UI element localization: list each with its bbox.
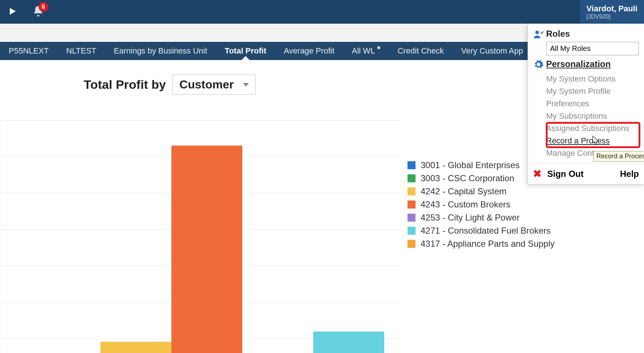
legend-swatch	[408, 214, 416, 222]
svg-point-0	[535, 31, 539, 34]
top-bar: 6 Viardot, Pauli [JDV920]	[0, 0, 644, 24]
legend-item[interactable]: 4253 - City Light & Power	[408, 213, 554, 223]
personalization-header[interactable]: Personalization	[546, 59, 639, 69]
legend-label: 4317 - Appliance Parts and Supply	[421, 239, 554, 249]
legend-label: 3003 - CSC Corporation	[421, 173, 514, 183]
user-menu-button[interactable]: Viardot, Pauli [JDV920]	[580, 0, 644, 24]
gear-icon	[533, 59, 546, 71]
tab-label: Average Profit	[284, 46, 334, 56]
tab-label: NLTEST	[66, 46, 96, 56]
legend-swatch	[408, 187, 416, 195]
tab-total-profit[interactable]: Total Profit	[216, 42, 275, 60]
legend-swatch	[408, 240, 416, 248]
tab-nltest[interactable]: NLTEST	[57, 42, 105, 60]
tab-very-custom-app[interactable]: Very Custom App	[453, 42, 532, 60]
user-id: [JDV920]	[587, 13, 637, 20]
panel-item-assigned-subscriptions[interactable]: Assigned Subscriptions	[546, 122, 639, 135]
legend-swatch	[408, 161, 416, 169]
legend-swatch	[408, 227, 416, 235]
panel-item-my-system-options[interactable]: My System Options	[546, 73, 639, 85]
tab-label: Total Profit	[225, 46, 266, 56]
help-link[interactable]: Help	[620, 169, 639, 179]
close-icon: ✖	[533, 168, 541, 180]
panel-footer: ✖ Sign Out Help	[528, 163, 644, 184]
notification-badge: 6	[39, 2, 48, 12]
roles-select[interactable]: All My Roles	[546, 42, 639, 55]
chart-plot	[0, 120, 400, 353]
tab-label: P55NLEXT	[9, 46, 49, 56]
tab-all-wl[interactable]: All WL	[343, 42, 389, 60]
panel-item-my-subscriptions[interactable]: My Subscriptions	[546, 110, 639, 122]
legend-swatch	[408, 174, 416, 182]
bar-4242-capital-system[interactable]	[100, 342, 171, 353]
bell-icon	[32, 12, 44, 19]
legend-label: 4242 - Capital System	[421, 186, 506, 197]
tab-label: Earnings by Business Unit	[114, 46, 207, 56]
tab-earnings-by-business-unit[interactable]: Earnings by Business Unit	[105, 42, 216, 60]
roles-header: Roles	[546, 29, 639, 39]
panel-item-my-system-profile[interactable]: My System Profile	[546, 85, 639, 98]
user-name: Viardot, Pauli	[587, 4, 637, 13]
tab-credit-check[interactable]: Credit Check	[389, 42, 453, 60]
tooltip: Record a Process	[593, 151, 644, 162]
legend-item[interactable]: 4243 - Custom Brokers	[408, 199, 554, 210]
bar-4271-consolidated-fuel-brokers[interactable]	[313, 332, 384, 353]
roles-icon	[533, 29, 546, 41]
legend-item[interactable]: 4271 - Consolidated Fuel Brokers	[408, 226, 554, 236]
gridline	[0, 120, 400, 120]
bar-4243-custom-brokers[interactable]	[171, 146, 242, 353]
panel-item-record-a-process[interactable]: Record a Process	[546, 135, 639, 147]
tab-label: Credit Check	[398, 46, 444, 56]
sign-out-label: Sign Out	[547, 169, 584, 179]
notifications-button[interactable]: 6	[32, 5, 44, 19]
tab-average-profit[interactable]: Average Profit	[275, 42, 343, 60]
indicator-dot	[377, 46, 380, 49]
dimension-select-value: Customer	[179, 78, 234, 91]
legend-label: 3001 - Global Enterprises	[421, 160, 520, 170]
legend-label: 4253 - City Light & Power	[421, 213, 520, 223]
chart-title-prefix: Total Profit by	[84, 78, 166, 92]
panel-item-preferences[interactable]: Preferences	[546, 98, 639, 110]
legend-label: 4243 - Custom Brokers	[421, 199, 510, 210]
run-icon[interactable]	[7, 5, 17, 19]
legend-swatch	[408, 201, 416, 209]
chart-legend: 3001 - Global Enterprises3003 - CSC Corp…	[408, 160, 554, 353]
roles-select-value: All My Roles	[550, 44, 591, 52]
tab-label: Very Custom App	[461, 46, 523, 56]
dimension-select[interactable]: Customer	[172, 75, 256, 95]
tab-label: All WL	[352, 46, 375, 56]
legend-item[interactable]: 4242 - Capital System	[408, 186, 554, 197]
sign-out-button[interactable]: ✖ Sign Out	[533, 168, 620, 180]
chevron-down-icon	[243, 83, 249, 87]
legend-item[interactable]: 4317 - Appliance Parts and Supply	[408, 239, 554, 249]
legend-label: 4271 - Consolidated Fuel Brokers	[421, 226, 551, 236]
tab-p55nlext[interactable]: P55NLEXT	[0, 42, 57, 60]
